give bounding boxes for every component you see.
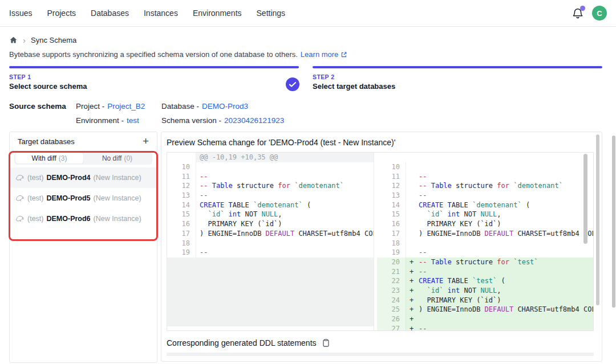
schema-version-label: Schema version - (161, 116, 221, 125)
tab-no-diff-label: No diff (102, 154, 121, 162)
step-2: STEP 2 Select target databases (313, 66, 602, 91)
breadcrumb-chevron-icon: › (23, 37, 26, 44)
db-item-demo-prod5[interactable]: (test) DEMO-Prod5 (New Instance) (10, 188, 157, 208)
nav-right: C (572, 6, 607, 21)
tab-with-diff[interactable]: With diff (3) (15, 153, 83, 163)
diff-code-line: 22+CREATE TABLE `test` ( (377, 276, 593, 286)
db-name: DEMO-Prod5 (46, 194, 90, 202)
avatar[interactable]: C (592, 6, 607, 21)
diff-code-line: 19-- (167, 248, 374, 257)
mysql-dolphin-icon (15, 214, 25, 223)
breadcrumb: › Sync Schema (9, 36, 602, 44)
learn-more-label: Learn more (301, 50, 338, 59)
diff-code-line: 18 (377, 239, 593, 248)
db-env: (test) (27, 174, 43, 182)
nav-item-instances[interactable]: Instances (144, 9, 178, 18)
db-env: (test) (27, 215, 43, 223)
tab-with-diff-count: (3) (59, 154, 67, 162)
tab-no-diff[interactable]: No diff (0) (83, 153, 151, 163)
preview-title: Preview Schema change for 'DEMO-Prod4 (t… (167, 138, 594, 147)
field-project: Project - Project_B2 (76, 102, 161, 111)
diff-hunk-header: @@ -10,19 +10,35 @@ (196, 153, 374, 162)
field-database: Database - DEMO-Prod3 (161, 102, 284, 111)
step1-progress-bar (9, 66, 299, 68)
tab-no-diff-count: (0) (124, 154, 132, 162)
nav-item-databases[interactable]: Databases (91, 9, 129, 18)
project-label: Project - (76, 102, 104, 111)
database-link[interactable]: DEMO-Prod3 (202, 102, 248, 111)
diff-code-line: 16 PRIMARY KEY (`id`) (377, 219, 593, 229)
target-panel-title: Target databases (18, 137, 75, 146)
environment-label: Environment - (76, 116, 124, 125)
steps: STEP 1 Select source schema STEP 2 Selec… (9, 66, 602, 91)
project-link[interactable]: Project_B2 (107, 102, 145, 111)
copy-clipboard-icon[interactable] (322, 338, 330, 347)
diff-code-line: 26+ (377, 314, 593, 324)
mysql-dolphin-icon (15, 194, 25, 203)
main-area: Target databases + With diff (3) No diff… (9, 132, 602, 363)
notification-dot (580, 6, 585, 11)
environment-link[interactable]: test (127, 116, 139, 125)
source-schema-fields: Project - Project_B2 Database - DEMO-Pro… (76, 102, 284, 125)
step1-complete-check-icon (286, 77, 299, 91)
add-target-database-button[interactable]: + (141, 137, 150, 146)
diff-code-line: 19-- (377, 248, 593, 257)
db-suffix: (New Instance) (94, 174, 141, 182)
home-icon[interactable] (9, 36, 18, 44)
diff-right-code: 1011--12-- Table structure for `demotena… (377, 162, 593, 330)
nav-item-settings[interactable]: Settings (257, 9, 286, 18)
intro-text: Bytebase supports synchronizing a specif… (9, 50, 602, 59)
nav-item-projects[interactable]: Projects (47, 9, 76, 18)
source-schema-heading: Source schema (9, 102, 76, 125)
target-databases-panel: Target databases + With diff (3) No diff… (9, 132, 157, 363)
diff-filter-tabs: With diff (3) No diff (0) (14, 152, 152, 165)
intro-description: Bytebase supports synchronizing a specif… (9, 50, 298, 59)
database-label: Database - (161, 102, 199, 111)
editor-vertical-scrollbar[interactable] (583, 154, 587, 244)
tab-with-diff-label: With diff (32, 154, 56, 162)
diff-right-spacer (377, 153, 593, 162)
sync-schema-page: Issues Projects Databases Instances Envi… (0, 0, 616, 364)
page-content: › Sync Schema Bytebase supports synchron… (0, 36, 616, 363)
diff-pane-modified: 1011--12-- Table structure for `demotena… (377, 153, 593, 330)
nav-item-environments[interactable]: Environments (193, 9, 242, 18)
diff-code-line: 27+-- (377, 324, 593, 330)
db-name: DEMO-Prod4 (46, 174, 90, 182)
step-1: STEP 1 Select source schema (9, 66, 299, 91)
notifications-bell-icon[interactable] (572, 7, 584, 19)
diff-editor: @@ -10,19 +10,35 @@ 1011--12-- Table str… (167, 152, 594, 331)
diff-code-line: 13-- (377, 191, 593, 201)
step1-label: STEP 1 (9, 73, 299, 80)
learn-more-link[interactable]: Learn more (301, 50, 347, 59)
schema-version-link[interactable]: 20230426121923 (224, 116, 284, 125)
diff-code-line: 25+) ENGINE=InnoDB DEFAULT CHARSET=utf8m… (377, 305, 593, 314)
ddl-section-header: Corresponding generated DDL statements (167, 338, 594, 347)
diff-code-line: 13-- (167, 191, 374, 201)
db-suffix: (New Instance) (94, 215, 141, 223)
field-environment: Environment - test (76, 116, 161, 125)
diff-code-line: 17) ENGINE=InnoDB DEFAULT CHARSET=utf8mb… (377, 229, 593, 239)
diff-code-line: 15 `id` int NOT NULL, (377, 210, 593, 219)
diff-code-line: 21+-- (377, 267, 593, 277)
top-nav: Issues Projects Databases Instances Envi… (0, 0, 616, 27)
diff-code-line: 10 (167, 162, 374, 172)
diff-pane-original: @@ -10,19 +10,35 @@ 1011--12-- Table str… (167, 153, 374, 330)
preview-panel-scrollbar[interactable] (596, 134, 599, 305)
page-scrollbar[interactable] (612, 136, 615, 308)
diff-code-line: 24+ PRIMARY KEY (`id`) (377, 296, 593, 305)
diff-code-line: 12-- Table structure for `demotenant` (167, 181, 374, 191)
step2-title: Select target databases (313, 82, 602, 91)
nav-item-issues[interactable]: Issues (9, 9, 32, 18)
main-nav: Issues Projects Databases Instances Envi… (9, 9, 285, 18)
step2-progress-bar (313, 66, 602, 68)
source-schema-section: Source schema Project - Project_B2 Datab… (9, 102, 602, 125)
mysql-dolphin-icon (15, 173, 25, 182)
schema-preview-panel: Preview Schema change for 'DEMO-Prod4 (t… (161, 132, 602, 362)
diff-code-line: 10 (377, 162, 593, 172)
db-item-demo-prod6[interactable]: (test) DEMO-Prod6 (New Instance) (10, 208, 157, 229)
breadcrumb-current: Sync Schema (31, 36, 76, 44)
db-item-demo-prod4[interactable]: (test) DEMO-Prod4 (New Instance) (10, 167, 157, 188)
diff-code-line: 23+ `id` int NOT NULL, (377, 286, 593, 296)
db-suffix: (New Instance) (94, 194, 141, 202)
step1-title: Select source schema (9, 82, 299, 91)
